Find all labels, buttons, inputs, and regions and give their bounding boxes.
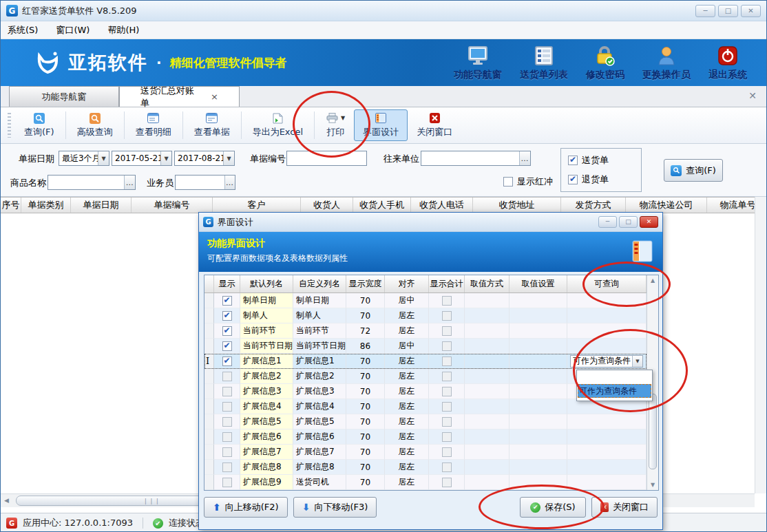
ellipsis-picker-icon[interactable]: … [124, 175, 135, 189]
menu-item[interactable]: 系统(S) [8, 24, 38, 36]
custom-name-cell[interactable]: 扩展信息3 [293, 384, 346, 399]
value-setting-cell[interactable] [509, 354, 567, 369]
dialog-column-header[interactable]: 显示宽度 [346, 275, 385, 292]
main-column-header[interactable]: 客户 [213, 198, 301, 213]
value-mode-cell[interactable] [465, 384, 509, 399]
dialog-column-header[interactable]: 显示合计 [429, 275, 465, 292]
visible-checkbox[interactable] [222, 478, 232, 487]
width-cell[interactable]: 70 [346, 369, 385, 384]
align-cell[interactable]: 居左 [385, 369, 429, 384]
save-button[interactable]: ✔ 保存(S) [520, 497, 586, 518]
align-cell[interactable]: 居左 [385, 475, 429, 490]
show-red-checkbox-row[interactable]: 显示红冲 [503, 175, 553, 188]
value-setting-cell[interactable] [509, 339, 567, 354]
query-button[interactable]: 查询(F) [15, 109, 63, 141]
custom-name-cell[interactable]: 扩展信息7 [293, 445, 346, 460]
return-type-checkbox[interactable] [568, 175, 578, 184]
value-mode-cell[interactable] [465, 354, 509, 369]
dialog-column-header[interactable]: 默认列名 [240, 275, 293, 292]
visible-checkbox[interactable] [222, 357, 232, 366]
value-mode-cell[interactable] [465, 339, 509, 354]
maximize-button[interactable]: □ [718, 5, 738, 17]
align-cell[interactable]: 居左 [385, 445, 429, 460]
width-cell[interactable]: 70 [346, 460, 385, 475]
dialog-grid-row[interactable]: 扩展信息7扩展信息770居左 [204, 445, 647, 460]
show-total-checkbox[interactable] [442, 387, 452, 396]
value-mode-cell[interactable] [465, 399, 509, 414]
custom-name-cell[interactable]: 扩展信息5 [293, 414, 346, 429]
align-cell[interactable]: 居左 [385, 429, 429, 445]
value-mode-cell[interactable] [465, 323, 509, 339]
queryable-cell[interactable] [567, 399, 647, 414]
main-column-header[interactable]: 单据类别 [21, 198, 71, 213]
show-total-checkbox[interactable] [442, 402, 452, 412]
value-mode-cell[interactable] [465, 293, 509, 308]
nav-window-button[interactable]: 功能导航窗 [454, 45, 502, 81]
visible-checkbox[interactable] [222, 402, 232, 412]
dialog-scrollbar-thumb[interactable] [649, 394, 657, 469]
main-column-header[interactable]: 收货人 [301, 198, 353, 213]
value-mode-cell[interactable] [465, 429, 509, 445]
width-cell[interactable]: 70 [346, 475, 385, 490]
salesman-input[interactable] [176, 175, 224, 189]
value-mode-cell[interactable] [465, 460, 509, 475]
value-setting-cell[interactable] [509, 369, 567, 384]
queryable-cell[interactable]: 可作为查询条件▼ [567, 354, 647, 369]
custom-name-cell[interactable]: 当前环节 [293, 323, 346, 339]
show-red-checkbox[interactable] [503, 177, 513, 187]
visible-checkbox[interactable] [222, 462, 232, 472]
value-setting-cell[interactable] [509, 475, 567, 490]
value-setting-cell[interactable] [509, 384, 567, 399]
width-cell[interactable]: 70 [346, 308, 385, 323]
main-column-header[interactable]: 收货人手机 [353, 198, 411, 213]
value-setting-cell[interactable] [509, 429, 567, 445]
dialog-grid-row[interactable]: 扩展信息9送货司机70居左 [204, 475, 647, 490]
queryable-cell[interactable] [567, 429, 647, 445]
show-total-checkbox[interactable] [442, 296, 452, 306]
main-column-header[interactable]: 发货方式 [561, 198, 626, 213]
view-bill-button[interactable]: 查看单据 [185, 109, 239, 141]
main-column-header[interactable]: 物流单号 [707, 198, 755, 213]
visible-checkbox[interactable] [222, 417, 232, 427]
dialog-close-window-button[interactable]: ✕ 关闭窗口 [591, 497, 658, 518]
queryable-cell[interactable] [567, 293, 647, 308]
align-cell[interactable]: 居左 [385, 460, 429, 475]
ellipsis-picker-icon[interactable]: … [519, 151, 530, 165]
tab-delivery-summary[interactable]: 送货汇总对账单 × [119, 86, 240, 107]
dialog-grid-row[interactable]: 扩展信息5扩展信息570居左 [204, 414, 647, 429]
show-total-checkbox[interactable] [442, 447, 452, 457]
scroll-left-icon[interactable]: ◀ [4, 497, 9, 504]
dialog-grid-row[interactable]: 扩展信息6扩展信息670居左 [204, 429, 647, 445]
view-detail-button[interactable]: 查看明细 [127, 109, 180, 141]
queryable-cell[interactable] [567, 475, 647, 490]
width-cell[interactable]: 70 [346, 429, 385, 445]
delivery-type-row[interactable]: 送货单 [568, 154, 634, 167]
dialog-grid-row[interactable]: 扩展信息8扩展信息870居左 [204, 460, 647, 475]
dialog-grid-row[interactable]: 当前环节当前环节72居左 [204, 323, 647, 339]
width-cell[interactable]: 70 [346, 354, 385, 369]
value-mode-cell[interactable] [465, 308, 509, 323]
partner-input[interactable] [421, 151, 519, 165]
tab-nav-window[interactable]: 功能导航窗 [9, 86, 119, 107]
queryable-cell[interactable] [567, 308, 647, 323]
width-cell[interactable]: 70 [346, 293, 385, 308]
dialog-grid-row[interactable]: 扩展信息4扩展信息470居左 [204, 399, 647, 414]
queryable-cell[interactable] [567, 414, 647, 429]
queryable-cell[interactable] [567, 445, 647, 460]
return-type-row[interactable]: 退货单 [568, 173, 634, 186]
custom-name-cell[interactable]: 扩展信息1 [293, 354, 346, 369]
dialog-maximize-button[interactable]: □ [619, 216, 638, 228]
value-setting-cell[interactable] [509, 414, 567, 429]
value-setting-cell[interactable] [509, 293, 567, 308]
dialog-minimize-button[interactable]: ─ [598, 216, 617, 228]
align-cell[interactable]: 居左 [385, 323, 429, 339]
custom-name-cell[interactable]: 扩展信息2 [293, 369, 346, 384]
bill-no-input[interactable] [287, 151, 366, 165]
align-cell[interactable]: 居左 [385, 354, 429, 369]
menu-item[interactable]: 窗口(W) [56, 24, 90, 36]
print-button[interactable]: ▼ 打印 [317, 109, 354, 141]
align-cell[interactable]: 居中 [385, 339, 429, 354]
visible-checkbox[interactable] [222, 311, 232, 321]
visible-checkbox[interactable] [222, 447, 232, 457]
filter-query-button[interactable]: 查询(F) [664, 159, 723, 182]
